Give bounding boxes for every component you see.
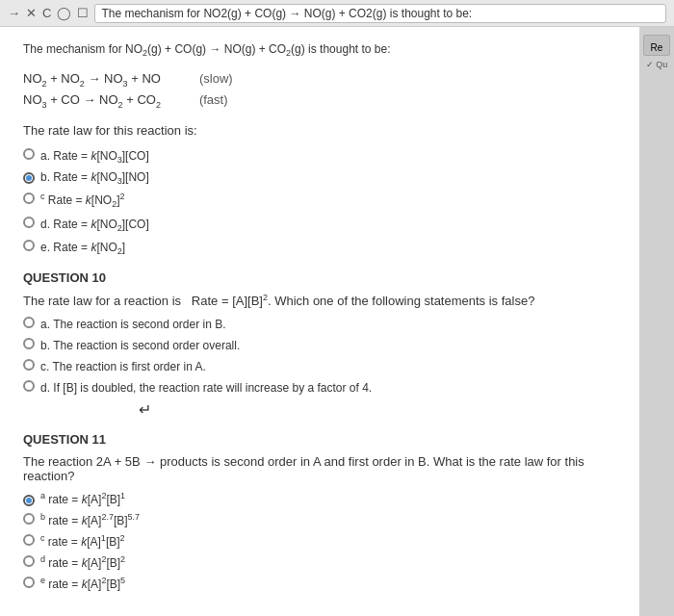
- q11-radio-e[interactable]: [23, 577, 35, 588]
- reload-icon[interactable]: C: [42, 6, 51, 20]
- q11-label-a: a rate = k[A]2[B]1: [40, 491, 125, 506]
- cursor-icon: ↵: [139, 400, 616, 419]
- bookmark-icon[interactable]: ☐: [77, 6, 89, 20]
- q10-radio-c[interactable]: [23, 359, 35, 371]
- re-button[interactable]: Re: [643, 35, 670, 56]
- speed-label-1: (slow): [199, 71, 233, 86]
- radio-e[interactable]: [23, 240, 35, 251]
- q11-label-b: b rate = k[A]2.7[B]5.7: [40, 512, 140, 527]
- q10-label-b: b. The reaction is second order overall.: [40, 339, 240, 352]
- rate-law-title: The rate law for this reaction is:: [23, 123, 616, 138]
- browser-toolbar: → ✕ C ◯ ☐ The mechanism for NO2(g) + CO(…: [0, 0, 674, 27]
- radio-a[interactable]: [23, 148, 35, 160]
- q11-radio-d[interactable]: [23, 555, 35, 567]
- q9-option-a[interactable]: a. Rate = k[NO3][CO]: [23, 147, 616, 165]
- q10-radio-a[interactable]: [23, 317, 35, 328]
- radio-c[interactable]: [23, 192, 35, 204]
- q9-label-e: e. Rate = k[NO2]: [40, 241, 125, 256]
- q11-option-d[interactable]: d rate = k[A]2[B]2: [23, 554, 616, 570]
- q10-label-d: d. If [B] is doubled, the reaction rate …: [40, 381, 372, 395]
- reaction-line-2: NO3 + CO → NO2 + CO2 (fast): [23, 92, 616, 110]
- q10-option-c[interactable]: c. The reaction is first order in A.: [23, 358, 616, 373]
- q10-option-a[interactable]: a. The reaction is second order in B.: [23, 316, 616, 331]
- sidebar: Re ✓ Qu: [639, 27, 674, 616]
- q11-header: QUESTION 11: [23, 432, 616, 447]
- q10-label-a: a. The reaction is second order in B.: [40, 318, 226, 331]
- info-icon[interactable]: ◯: [57, 6, 71, 20]
- qu-button[interactable]: ✓ Qu: [643, 60, 670, 69]
- q9-label-d: d. Rate = k[NO2][CO]: [40, 218, 149, 233]
- q11-text: The reaction 2A + 5B → products is secon…: [23, 454, 616, 483]
- q9-label-c: c Rate = k[NO2]2: [40, 192, 125, 209]
- reaction-line-1: NO2 + NO2 → NO3 + NO (slow): [23, 71, 616, 89]
- q10-option-d[interactable]: d. If [B] is doubled, the reaction rate …: [23, 379, 616, 395]
- q11-option-c[interactable]: c rate = k[A]1[B]2: [23, 533, 616, 549]
- radio-d[interactable]: [23, 217, 35, 228]
- q11-option-e[interactable]: e rate = k[A]2[B]5: [23, 576, 616, 591]
- top-note: The mechanism for NO2(g) + CO(g) → NO(g)…: [23, 42, 616, 58]
- radio-b[interactable]: [23, 172, 35, 184]
- q11-radio-b[interactable]: [23, 513, 35, 525]
- reaction-block: NO2 + NO2 → NO3 + NO (slow) NO3 + CO → N…: [23, 71, 616, 109]
- q10-header: QUESTION 10: [23, 270, 616, 285]
- q11-option-b[interactable]: b rate = k[A]2.7[B]5.7: [23, 512, 616, 527]
- close-icon[interactable]: ✕: [26, 6, 37, 20]
- q10-radio-b[interactable]: [23, 338, 35, 349]
- reaction-eq-1: NO2 + NO2 → NO3 + NO: [23, 71, 161, 89]
- reaction-eq-2: NO3 + CO → NO2 + CO2: [23, 92, 161, 110]
- main-content: The mechanism for NO2(g) + CO(g) → NO(g)…: [0, 27, 639, 616]
- q9-option-c[interactable]: c Rate = k[NO2]2: [23, 192, 616, 209]
- q11-label-d: d rate = k[A]2[B]2: [40, 554, 125, 570]
- q10-label-c: c. The reaction is first order in A.: [40, 360, 206, 373]
- content-area: The mechanism for NO2(g) + CO(g) → NO(g)…: [0, 27, 674, 616]
- url-bar[interactable]: The mechanism for NO2(g) + CO(g) → NO(g)…: [94, 4, 666, 23]
- back-icon[interactable]: →: [8, 6, 20, 20]
- q11-radio-a[interactable]: [23, 495, 35, 506]
- q9-option-d[interactable]: d. Rate = k[NO2][CO]: [23, 216, 616, 233]
- q10-radio-d[interactable]: [23, 380, 35, 392]
- q9-option-b[interactable]: b. Rate = k[NO3][NO]: [23, 170, 616, 186]
- q9-option-e[interactable]: e. Rate = k[NO2]: [23, 239, 616, 256]
- q10-text: The rate law for a reaction is Rate = [A…: [23, 293, 616, 308]
- speed-label-2: (fast): [199, 92, 228, 107]
- q11-label-e: e rate = k[A]2[B]5: [40, 576, 125, 591]
- q9-label-a: a. Rate = k[NO3][CO]: [40, 149, 149, 165]
- q11-label-c: c rate = k[A]1[B]2: [40, 533, 125, 549]
- q11-option-a[interactable]: a rate = k[A]2[B]1: [23, 491, 616, 506]
- q9-label-b: b. Rate = k[NO3][NO]: [40, 170, 149, 186]
- q11-radio-c[interactable]: [23, 534, 35, 546]
- q10-option-b[interactable]: b. The reaction is second order overall.: [23, 337, 616, 352]
